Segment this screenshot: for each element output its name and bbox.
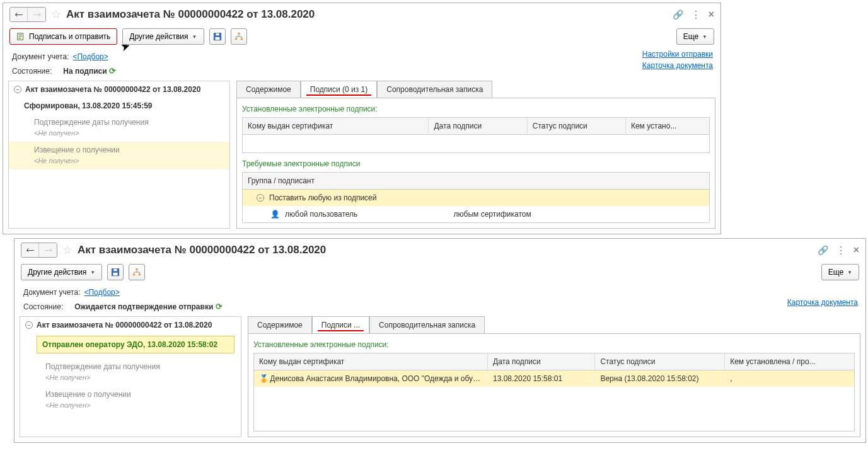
floppy-icon [213, 32, 222, 41]
svg-rect-5 [234, 38, 237, 40]
close-icon[interactable]: × [709, 9, 714, 20]
tree-notice-block[interactable]: Извещение о получении <Не получен> [9, 142, 229, 169]
user-icon: 👤 [270, 210, 280, 219]
details-panel: Содержимое Подписи ... Сопроводительная … [248, 316, 860, 437]
tab-signatures[interactable]: Подписи ... [312, 316, 369, 333]
tree-root[interactable]: − Акт взаимозачета № 00000000422 от 13.0… [20, 317, 241, 333]
more-label: Еще [683, 32, 698, 41]
structure-button[interactable] [129, 264, 145, 280]
collapse-icon[interactable]: − [25, 321, 33, 329]
installed-sigs-grid: Кому выдан сертификат Дата подписи Стату… [253, 353, 855, 432]
save-button[interactable] [107, 264, 124, 280]
tree-formed[interactable]: Сформирован, 13.08.2020 15:45:59 [9, 98, 229, 114]
floppy-icon [111, 268, 120, 277]
nav-back-button[interactable]: 🡐 [21, 243, 39, 257]
tree-root[interactable]: − Акт взаимозачета № 00000000422 от 13.0… [9, 81, 229, 98]
chevron-down-icon: ▼ [702, 34, 707, 40]
more-button[interactable]: Еще ▼ [821, 264, 859, 280]
nav-forward-button[interactable]: 🡒 [39, 243, 57, 257]
col-group[interactable]: Группа / подписант [243, 173, 709, 189]
other-actions-button[interactable]: Другие действия ▼ [21, 264, 102, 280]
required-sigs-title: Требуемые электронные подписи [242, 159, 710, 168]
favorite-star-icon[interactable]: ☆ [51, 8, 61, 21]
hierarchy-icon [234, 32, 243, 41]
tree-confirm-label[interactable]: Подтверждение даты получения [9, 114, 229, 128]
tree-notice-block[interactable]: Извещение о получении <Не получен> [20, 386, 241, 414]
col-sig-date[interactable]: Дата подписи [429, 118, 527, 134]
more-menu-icon[interactable]: ⋮ [691, 9, 701, 21]
more-menu-icon[interactable]: ⋮ [836, 244, 846, 256]
sign-and-send-label: Подписать и отправить [29, 32, 110, 41]
tab-note[interactable]: Сопроводительная записка [377, 81, 492, 98]
any-user-row[interactable]: 👤 любой пользователь любым сертификатом [243, 206, 709, 222]
col-sig-status[interactable]: Статус подписи [595, 353, 725, 370]
nav-back-button[interactable]: 🡐 [10, 8, 28, 21]
doc-card-link[interactable]: Карточка документа [642, 61, 713, 70]
svg-rect-6 [240, 38, 243, 40]
favorite-star-icon[interactable]: ☆ [62, 243, 72, 257]
more-button[interactable]: Еще ▼ [676, 28, 714, 45]
link-icon[interactable]: 🔗 [673, 9, 683, 20]
signature-row[interactable]: 🏅 Денисова Анастасия Владимировна, ООО "… [254, 370, 854, 387]
link-icon[interactable]: 🔗 [818, 245, 828, 255]
tab-signatures-content: Установленные электронные подписи: Кому … [236, 98, 715, 229]
tabs: Содержимое Подписи (0 из 1) Сопроводител… [236, 81, 715, 98]
cell-sig-status: Верна (13.08.2020 15:58:02) [595, 370, 725, 387]
tabs: Содержимое Подписи ... Сопроводительная … [248, 316, 860, 333]
tree-confirm-label[interactable]: Подтверждение даты получения [20, 358, 241, 372]
any-signature-row[interactable]: − Поставить любую из подписей [243, 190, 709, 206]
nav-buttons: 🡐 🡒 [21, 243, 57, 258]
installed-sigs-grid: Кому выдан сертификат Дата подписи Стату… [242, 117, 710, 153]
refresh-icon[interactable]: ⟳ [109, 66, 116, 76]
tab-content[interactable]: Содержимое [236, 81, 301, 98]
nav-forward-button[interactable]: 🡒 [28, 8, 45, 21]
doc-card-link[interactable]: Карточка документа [787, 298, 858, 307]
document-window-2: 🡐 🡒 ☆ Акт взаимозачета № 00000000422 от … [14, 238, 866, 443]
col-sig-status[interactable]: Статус подписи [528, 118, 626, 134]
svg-rect-3 [216, 33, 219, 36]
tree-not-received-2: <Не получен> [20, 400, 241, 414]
refresh-icon[interactable]: ⟳ [216, 302, 223, 311]
titlebar: 🡐 🡒 ☆ Акт взаимозачета № 00000000422 от … [14, 239, 865, 261]
sign-icon [16, 32, 25, 41]
svg-rect-10 [136, 268, 138, 270]
tab-signatures[interactable]: Подписи (0 из 1) [301, 81, 378, 98]
tab-note[interactable]: Сопроводительная записка [369, 316, 485, 333]
structure-button[interactable] [231, 28, 247, 45]
close-icon[interactable]: × [854, 244, 859, 256]
toolbar: Подписать и отправить Другие действия ▼ … [3, 26, 720, 51]
doc-account-label: Документ учета: [23, 288, 80, 297]
content-area: − Акт взаимозачета № 00000000422 от 13.0… [3, 81, 720, 234]
selection-link[interactable]: <Подбор> [72, 52, 108, 61]
col-sig-date[interactable]: Дата подписи [488, 353, 595, 370]
tree-notice-label: Извещение о получении [20, 386, 241, 400]
tab-content[interactable]: Содержимое [248, 316, 312, 333]
svg-rect-11 [133, 274, 136, 276]
col-set-by[interactable]: Кем установлена / про... [725, 353, 854, 370]
hierarchy-icon [132, 268, 141, 277]
other-actions-button[interactable]: Другие действия ▼ [122, 28, 204, 45]
sign-and-send-button[interactable]: Подписать и отправить [9, 28, 117, 45]
doc-account-row: Документ учета: <Подбор> [3, 51, 720, 65]
cert-to-text: Денисова Анастасия Владимировна, ООО "Од… [270, 374, 488, 383]
tree-confirm-block: Подтверждение даты получения <Не получен… [20, 358, 241, 386]
col-cert-to[interactable]: Кому выдан сертификат [243, 118, 429, 134]
tree-root-label: Акт взаимозачета № 00000000422 от 13.08.… [25, 85, 200, 94]
installed-sigs-title: Установленные электронные подписи: [242, 105, 710, 113]
other-actions-label: Другие действия [129, 32, 188, 41]
selection-link[interactable]: <Подбор> [84, 288, 119, 297]
grid-header: Кому выдан сертификат Дата подписи Стату… [254, 353, 854, 370]
state-row: Состояние: На подписи ⟳ [3, 65, 720, 81]
titlebar-actions: 🔗 ⋮ × [673, 9, 714, 21]
tree-root-label: Акт взаимозачета № 00000000422 от 13.08.… [37, 321, 212, 329]
collapse-icon[interactable]: − [14, 86, 21, 93]
send-settings-link[interactable]: Настройки отправки [642, 50, 713, 59]
state-label: Состояние: [12, 67, 52, 76]
save-button[interactable] [209, 28, 226, 45]
collapse-icon[interactable]: − [257, 194, 264, 202]
svg-rect-4 [238, 33, 240, 35]
col-set-by[interactable]: Кем устано... [626, 118, 709, 134]
svg-rect-12 [139, 274, 141, 276]
col-cert-to[interactable]: Кому выдан сертификат [254, 353, 488, 370]
cell-sig-date: 13.08.2020 15:58:01 [488, 370, 595, 387]
